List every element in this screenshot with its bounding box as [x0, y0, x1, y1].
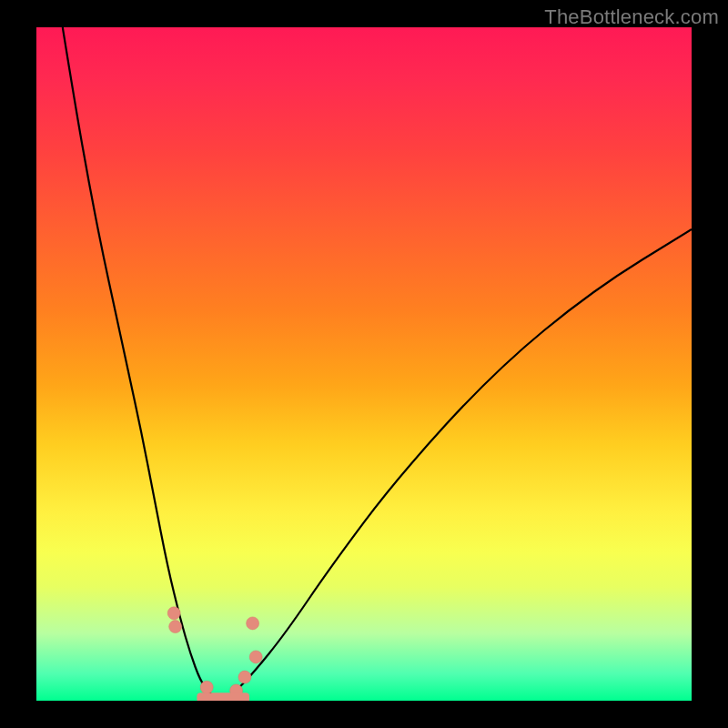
data-marker [249, 651, 262, 663]
data-marker [169, 621, 182, 633]
data-marker [238, 671, 251, 683]
bottleneck-curve [63, 27, 692, 699]
chart-svg [36, 27, 692, 701]
data-marker [167, 607, 180, 620]
chart-root: TheBottleneck.com [0, 0, 728, 728]
valley-flat-region [197, 693, 249, 701]
plot-area [36, 27, 692, 701]
data-marker [247, 617, 259, 630]
data-marker [200, 681, 213, 693]
watermark-text: TheBottleneck.com [544, 5, 719, 29]
